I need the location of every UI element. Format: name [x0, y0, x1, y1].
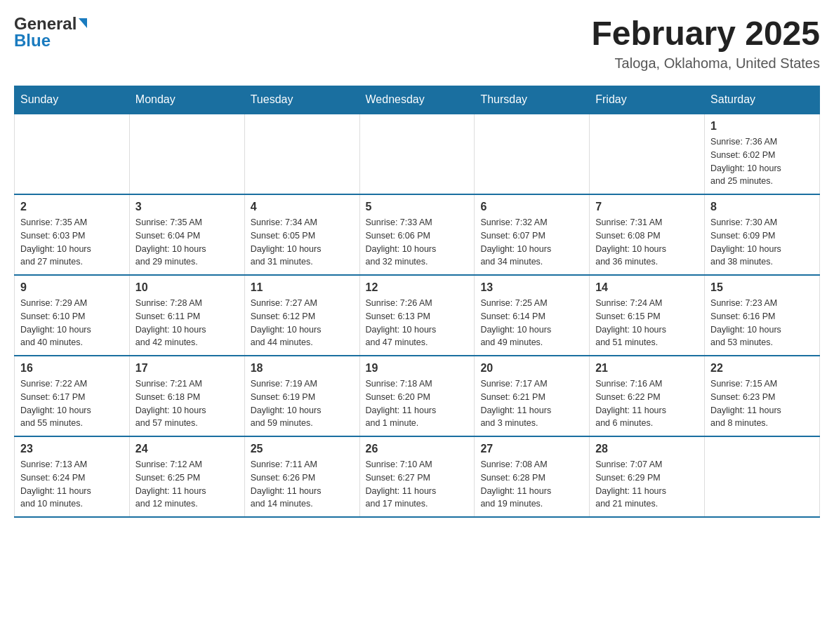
calendar-cell: 24Sunrise: 7:12 AM Sunset: 6:25 PM Dayli… [129, 436, 244, 517]
calendar-cell: 3Sunrise: 7:35 AM Sunset: 6:04 PM Daylig… [129, 194, 244, 275]
week-row-2: 2Sunrise: 7:35 AM Sunset: 6:03 PM Daylig… [15, 194, 820, 275]
calendar-cell: 6Sunrise: 7:32 AM Sunset: 6:07 PM Daylig… [475, 194, 590, 275]
calendar-cell: 25Sunrise: 7:11 AM Sunset: 6:26 PM Dayli… [244, 436, 359, 517]
calendar-cell: 18Sunrise: 7:19 AM Sunset: 6:19 PM Dayli… [244, 356, 359, 436]
day-info: Sunrise: 7:35 AM Sunset: 6:03 PM Dayligh… [20, 216, 124, 269]
calendar-cell [129, 114, 244, 194]
calendar-cell: 28Sunrise: 7:07 AM Sunset: 6:29 PM Dayli… [590, 436, 705, 517]
day-info: Sunrise: 7:32 AM Sunset: 6:07 PM Dayligh… [480, 216, 583, 269]
week-row-3: 9Sunrise: 7:29 AM Sunset: 6:10 PM Daylig… [15, 275, 820, 356]
day-number: 28 [595, 443, 699, 455]
day-number: 25 [251, 443, 354, 455]
day-number: 23 [20, 443, 124, 455]
weekday-header-thursday: Thursday [475, 86, 590, 114]
day-number: 1 [710, 120, 814, 133]
day-number: 9 [20, 281, 124, 294]
day-number: 7 [595, 201, 699, 213]
day-info: Sunrise: 7:26 AM Sunset: 6:13 PM Dayligh… [366, 297, 469, 349]
day-info: Sunrise: 7:11 AM Sunset: 6:26 PM Dayligh… [251, 458, 354, 511]
calendar-cell: 26Sunrise: 7:10 AM Sunset: 6:27 PM Dayli… [359, 436, 475, 517]
calendar-cell: 17Sunrise: 7:21 AM Sunset: 6:18 PM Dayli… [129, 356, 244, 436]
weekday-header-wednesday: Wednesday [359, 86, 475, 114]
weekday-header-friday: Friday [590, 86, 705, 114]
day-number: 5 [366, 201, 469, 213]
calendar-cell: 9Sunrise: 7:29 AM Sunset: 6:10 PM Daylig… [15, 275, 130, 356]
calendar-cell: 16Sunrise: 7:22 AM Sunset: 6:17 PM Dayli… [15, 356, 130, 436]
day-info: Sunrise: 7:27 AM Sunset: 6:12 PM Dayligh… [251, 297, 354, 349]
day-number: 27 [480, 443, 583, 455]
day-number: 22 [710, 362, 814, 375]
week-row-5: 23Sunrise: 7:13 AM Sunset: 6:24 PM Dayli… [15, 436, 820, 517]
calendar-cell: 8Sunrise: 7:30 AM Sunset: 6:09 PM Daylig… [705, 194, 820, 275]
calendar-cell: 27Sunrise: 7:08 AM Sunset: 6:28 PM Dayli… [475, 436, 590, 517]
day-number: 10 [135, 281, 239, 294]
day-number: 15 [710, 281, 814, 294]
calendar-cell: 10Sunrise: 7:28 AM Sunset: 6:11 PM Dayli… [129, 275, 244, 356]
day-info: Sunrise: 7:30 AM Sunset: 6:09 PM Dayligh… [710, 216, 814, 269]
page-header: General Blue February 2025 Taloga, Oklah… [14, 14, 820, 72]
weekday-header-sunday: Sunday [15, 86, 130, 114]
day-info: Sunrise: 7:21 AM Sunset: 6:18 PM Dayligh… [135, 377, 239, 430]
day-number: 6 [480, 201, 583, 213]
day-info: Sunrise: 7:07 AM Sunset: 6:29 PM Dayligh… [595, 458, 699, 511]
logo: General Blue [14, 14, 87, 51]
calendar-cell [705, 436, 820, 517]
calendar-cell: 14Sunrise: 7:24 AM Sunset: 6:15 PM Dayli… [590, 275, 705, 356]
day-info: Sunrise: 7:15 AM Sunset: 6:23 PM Dayligh… [710, 377, 814, 430]
location-subtitle: Taloga, Oklahoma, United States [591, 55, 820, 72]
day-number: 11 [251, 281, 354, 294]
day-info: Sunrise: 7:17 AM Sunset: 6:21 PM Dayligh… [480, 377, 583, 430]
day-info: Sunrise: 7:34 AM Sunset: 6:05 PM Dayligh… [251, 216, 354, 269]
day-number: 26 [366, 443, 469, 455]
calendar-cell: 2Sunrise: 7:35 AM Sunset: 6:03 PM Daylig… [15, 194, 130, 275]
day-number: 3 [135, 201, 239, 213]
day-info: Sunrise: 7:08 AM Sunset: 6:28 PM Dayligh… [480, 458, 583, 511]
day-number: 4 [251, 201, 354, 213]
day-info: Sunrise: 7:36 AM Sunset: 6:02 PM Dayligh… [710, 135, 814, 188]
day-info: Sunrise: 7:24 AM Sunset: 6:15 PM Dayligh… [595, 297, 699, 349]
weekday-header-row: SundayMondayTuesdayWednesdayThursdayFrid… [15, 86, 820, 114]
day-info: Sunrise: 7:16 AM Sunset: 6:22 PM Dayligh… [595, 377, 699, 430]
day-info: Sunrise: 7:18 AM Sunset: 6:20 PM Dayligh… [366, 377, 469, 430]
calendar-cell: 5Sunrise: 7:33 AM Sunset: 6:06 PM Daylig… [359, 194, 475, 275]
day-number: 21 [595, 362, 699, 375]
calendar-cell: 7Sunrise: 7:31 AM Sunset: 6:08 PM Daylig… [590, 194, 705, 275]
day-info: Sunrise: 7:29 AM Sunset: 6:10 PM Dayligh… [20, 297, 124, 349]
day-number: 20 [480, 362, 583, 375]
day-info: Sunrise: 7:28 AM Sunset: 6:11 PM Dayligh… [135, 297, 239, 349]
calendar-cell [359, 114, 475, 194]
day-info: Sunrise: 7:13 AM Sunset: 6:24 PM Dayligh… [20, 458, 124, 511]
weekday-header-saturday: Saturday [705, 86, 820, 114]
day-info: Sunrise: 7:25 AM Sunset: 6:14 PM Dayligh… [480, 297, 583, 349]
calendar-cell [244, 114, 359, 194]
calendar-cell: 23Sunrise: 7:13 AM Sunset: 6:24 PM Dayli… [15, 436, 130, 517]
logo-triangle-icon [79, 18, 87, 28]
week-row-1: 1Sunrise: 7:36 AM Sunset: 6:02 PM Daylig… [15, 114, 820, 194]
title-section: February 2025 Taloga, Oklahoma, United S… [591, 14, 820, 72]
weekday-header-tuesday: Tuesday [244, 86, 359, 114]
calendar-cell: 15Sunrise: 7:23 AM Sunset: 6:16 PM Dayli… [705, 275, 820, 356]
day-number: 24 [135, 443, 239, 455]
day-number: 19 [366, 362, 469, 375]
calendar-cell: 22Sunrise: 7:15 AM Sunset: 6:23 PM Dayli… [705, 356, 820, 436]
day-number: 13 [480, 281, 583, 294]
day-number: 8 [710, 201, 814, 213]
day-number: 2 [20, 201, 124, 213]
week-row-4: 16Sunrise: 7:22 AM Sunset: 6:17 PM Dayli… [15, 356, 820, 436]
day-info: Sunrise: 7:33 AM Sunset: 6:06 PM Dayligh… [366, 216, 469, 269]
calendar-cell: 21Sunrise: 7:16 AM Sunset: 6:22 PM Dayli… [590, 356, 705, 436]
calendar-cell: 1Sunrise: 7:36 AM Sunset: 6:02 PM Daylig… [705, 114, 820, 194]
day-info: Sunrise: 7:31 AM Sunset: 6:08 PM Dayligh… [595, 216, 699, 269]
day-info: Sunrise: 7:12 AM Sunset: 6:25 PM Dayligh… [135, 458, 239, 511]
main-title: February 2025 [591, 14, 820, 53]
day-info: Sunrise: 7:22 AM Sunset: 6:17 PM Dayligh… [20, 377, 124, 430]
logo-blue-text: Blue [14, 31, 51, 51]
day-info: Sunrise: 7:35 AM Sunset: 6:04 PM Dayligh… [135, 216, 239, 269]
day-number: 17 [135, 362, 239, 375]
calendar-cell [15, 114, 130, 194]
day-info: Sunrise: 7:10 AM Sunset: 6:27 PM Dayligh… [366, 458, 469, 511]
day-number: 18 [251, 362, 354, 375]
calendar-cell [590, 114, 705, 194]
calendar-table: SundayMondayTuesdayWednesdayThursdayFrid… [14, 86, 820, 518]
calendar-cell: 11Sunrise: 7:27 AM Sunset: 6:12 PM Dayli… [244, 275, 359, 356]
